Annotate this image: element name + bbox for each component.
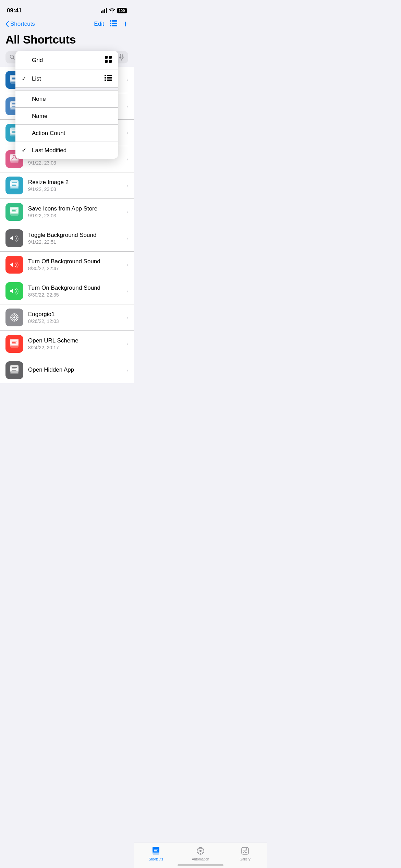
shortcut-name: Toggle Background Sound bbox=[28, 232, 122, 239]
shortcut-icon bbox=[5, 177, 23, 194]
signal-icon bbox=[101, 8, 107, 13]
svg-rect-43 bbox=[105, 60, 108, 63]
shortcut-info: Engorgio1 8/26/22, 12:03 bbox=[28, 311, 122, 324]
shortcut-info: Turn On Background Sound 8/30/22, 22:35 bbox=[28, 285, 122, 298]
svg-rect-46 bbox=[107, 75, 112, 76]
list-item[interactable]: Toggle Background Sound 9/1/22, 22:51 › bbox=[0, 225, 134, 252]
status-time: 09:41 bbox=[7, 7, 22, 14]
list-item[interactable]: Open URL Scheme 8/24/22, 20:17 › bbox=[0, 331, 134, 357]
shortcut-info: Open Hidden App bbox=[28, 366, 122, 374]
wifi-icon bbox=[109, 8, 115, 14]
shortcut-name: Open URL Scheme bbox=[28, 337, 122, 344]
chevron-right-icon: › bbox=[126, 104, 128, 109]
chevron-right-icon: › bbox=[126, 156, 128, 162]
chevron-right-icon: › bbox=[126, 77, 128, 83]
shortcut-name: Turn On Background Sound bbox=[28, 285, 122, 291]
dropdown-check-last-modified: ✓ bbox=[22, 147, 28, 154]
svg-rect-50 bbox=[107, 80, 112, 81]
grid-icon bbox=[105, 56, 112, 65]
svg-rect-42 bbox=[109, 56, 112, 59]
svg-rect-1 bbox=[112, 20, 117, 22]
chevron-right-icon: › bbox=[126, 262, 128, 267]
chevron-right-icon: › bbox=[126, 183, 128, 188]
svg-rect-5 bbox=[112, 25, 117, 26]
shortcut-icon bbox=[5, 229, 23, 247]
dropdown-item-action-count[interactable]: ✓ Action Count bbox=[15, 125, 118, 142]
svg-rect-4 bbox=[110, 25, 111, 26]
chevron-right-icon: › bbox=[126, 236, 128, 241]
chevron-right-icon: › bbox=[126, 341, 128, 347]
shortcut-name: Save Icons from App Store bbox=[28, 205, 122, 212]
shortcut-info: Turn Off Background Sound 8/30/22, 22:47 bbox=[28, 258, 122, 271]
shortcut-name: Open Hidden App bbox=[28, 366, 122, 373]
dropdown-label-action-count: Action Count bbox=[32, 130, 65, 137]
dropdown-item-grid[interactable]: ✓ Grid bbox=[15, 51, 118, 70]
svg-rect-45 bbox=[105, 75, 106, 76]
shortcut-info: Resize Image 2 9/1/22, 23:03 bbox=[28, 179, 122, 192]
search-icon bbox=[10, 55, 15, 60]
shortcut-name: Resize Image 2 bbox=[28, 179, 122, 186]
mic-icon[interactable] bbox=[119, 54, 124, 61]
svg-rect-41 bbox=[105, 56, 108, 59]
chevron-right-icon: › bbox=[126, 367, 128, 373]
nav-right-actions: Edit + bbox=[94, 19, 128, 29]
svg-rect-47 bbox=[105, 77, 106, 79]
dropdown-item-last-modified[interactable]: ✓ Last Modified bbox=[15, 142, 118, 159]
shortcut-date: 9/1/22, 23:03 bbox=[28, 186, 122, 192]
list-item[interactable]: Save Icons from App Store 9/1/22, 23:03 … bbox=[0, 199, 134, 225]
dropdown-item-list[interactable]: ✓ List bbox=[15, 70, 118, 88]
list-view-button[interactable] bbox=[110, 20, 117, 28]
shortcut-date: 8/30/22, 22:35 bbox=[28, 292, 122, 298]
shortcut-name: Turn Off Background Sound bbox=[28, 258, 122, 265]
dropdown-menu: ✓ Grid ✓ List bbox=[15, 51, 118, 159]
page-title-section: All Shortcuts bbox=[0, 32, 134, 49]
list-item[interactable]: Turn On Background Sound 8/30/22, 22:35 … bbox=[0, 278, 134, 304]
list-icon bbox=[105, 75, 112, 83]
shortcut-name: Engorgio1 bbox=[28, 311, 122, 318]
chevron-right-icon: › bbox=[126, 315, 128, 320]
svg-rect-0 bbox=[110, 20, 111, 22]
shortcut-info: Save Icons from App Store 9/1/22, 23:03 bbox=[28, 205, 122, 218]
dropdown-label-last-modified: Last Modified bbox=[32, 147, 66, 154]
page-title: All Shortcuts bbox=[5, 33, 128, 46]
battery-icon: 100 bbox=[117, 8, 127, 13]
svg-point-30 bbox=[13, 316, 15, 318]
svg-rect-48 bbox=[107, 77, 112, 79]
chevron-right-icon: › bbox=[126, 209, 128, 215]
shortcut-date: 8/24/22, 20:17 bbox=[28, 345, 122, 350]
dropdown-item-name[interactable]: ✓ Name bbox=[15, 108, 118, 125]
list-item[interactable]: Turn Off Background Sound 8/30/22, 22:47… bbox=[0, 252, 134, 278]
list-item[interactable]: Resize Image 2 9/1/22, 23:03 › bbox=[0, 172, 134, 199]
status-bar: 09:41 100 bbox=[0, 0, 134, 16]
chevron-right-icon: › bbox=[126, 288, 128, 294]
shortcut-date: 9/1/22, 23:03 bbox=[28, 213, 122, 218]
edit-button[interactable]: Edit bbox=[94, 21, 104, 27]
dropdown-label-grid: Grid bbox=[32, 57, 43, 64]
back-label: Shortcuts bbox=[10, 21, 35, 27]
shortcut-icon bbox=[5, 203, 23, 221]
shortcut-info: Open URL Scheme 8/24/22, 20:17 bbox=[28, 337, 122, 350]
shortcut-date: 9/1/22, 23:03 bbox=[28, 160, 122, 166]
shortcut-icon bbox=[5, 282, 23, 300]
svg-rect-3 bbox=[112, 23, 117, 24]
dropdown-label-none: None bbox=[32, 96, 46, 103]
nav-bar: Shortcuts Edit + bbox=[0, 16, 134, 32]
shortcut-icon bbox=[5, 256, 23, 274]
shortcut-date: 8/30/22, 22:47 bbox=[28, 266, 122, 271]
dropdown-label-name: Name bbox=[32, 113, 47, 120]
shortcut-date: 9/1/22, 22:51 bbox=[28, 239, 122, 245]
dropdown-item-none[interactable]: ✓ None bbox=[15, 91, 118, 108]
dropdown-label-list: List bbox=[32, 75, 41, 82]
svg-rect-49 bbox=[105, 80, 106, 81]
shortcut-date: 8/26/22, 12:03 bbox=[28, 318, 122, 324]
list-item[interactable]: Open Hidden App › bbox=[0, 357, 134, 383]
svg-rect-44 bbox=[109, 60, 112, 63]
shortcut-icon bbox=[5, 361, 23, 379]
shortcut-info: Toggle Background Sound 9/1/22, 22:51 bbox=[28, 232, 122, 245]
svg-rect-2 bbox=[110, 23, 111, 24]
list-item[interactable]: Engorgio1 8/26/22, 12:03 › bbox=[0, 304, 134, 331]
shortcut-icon bbox=[5, 309, 23, 326]
add-shortcut-button[interactable]: + bbox=[123, 19, 128, 29]
back-button[interactable]: Shortcuts bbox=[5, 21, 35, 27]
chevron-right-icon: › bbox=[126, 130, 128, 135]
